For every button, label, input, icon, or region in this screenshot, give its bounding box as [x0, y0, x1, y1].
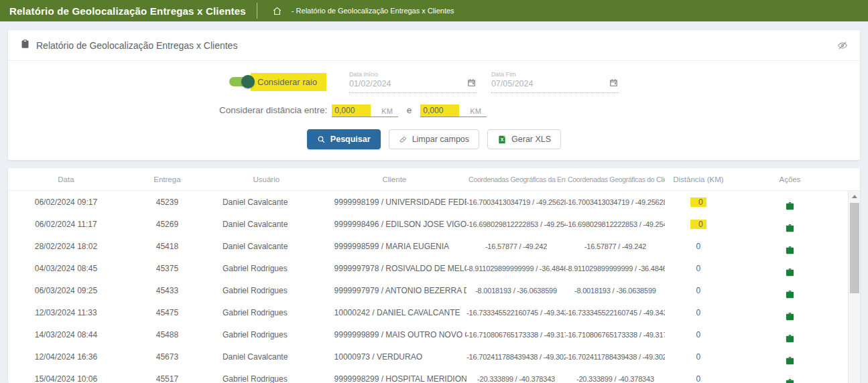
cell-coord-client: -16.7003413034719 / -49.2562877: [566, 198, 665, 206]
eye-slash-icon[interactable]: [837, 40, 848, 51]
home-icon[interactable]: [272, 6, 282, 16]
briefcase-icon[interactable]: [785, 289, 795, 299]
cell-client: 9999998599 / MARIA EUGENIA: [322, 242, 467, 251]
briefcase-icon[interactable]: [785, 223, 795, 233]
limpar-campos-button[interactable]: Limpar campos: [389, 129, 479, 149]
column-header: Entrega: [124, 175, 210, 183]
cell-distance: 0: [665, 308, 732, 317]
data-inicio-field[interactable]: Data Início 01/02/2024: [349, 71, 477, 93]
briefcase-icon[interactable]: [785, 267, 795, 277]
considerar-raio-toggle[interactable]: [229, 75, 253, 88]
app: Relatório de Geolocalização Entregas x C…: [0, 0, 868, 383]
column-header: Coordenadas Geográficas do Cliente: [566, 175, 665, 183]
cell-user: Daniel Cavalcante: [210, 198, 322, 207]
cell-distance: 0: [665, 264, 732, 273]
filter-row-dates: Considerar raio Data Início 01/02/2024 D…: [8, 69, 860, 94]
gerar-xls-button[interactable]: X Gerar XLS: [487, 129, 561, 149]
cell-coord-client: -8.911029899999999 / -36.4846211: [566, 264, 665, 273]
data-fim-label: Data Fim: [491, 71, 619, 78]
column-header: Data: [8, 175, 124, 183]
cell-delivery: 45517: [124, 374, 210, 383]
filter-panel-header: Relatório de Geolocalização Entregas x C…: [8, 30, 860, 61]
filter-panel: Relatório de Geolocalização Entregas x C…: [8, 30, 860, 160]
cell-distance: 0: [665, 198, 732, 207]
scrollbar-up-arrow-icon[interactable]: [849, 191, 860, 202]
table-row: 15/04/2024 10:06 45517 Gabriel Rodrigues…: [8, 368, 860, 383]
column-header: Ações: [732, 175, 848, 183]
cell-coord-delivery: -8.911029899999999 / -36.48462: [467, 264, 566, 273]
briefcase-icon[interactable]: [785, 201, 795, 211]
cell-coord-delivery: -16.702411788439438 / -49.30218: [467, 353, 566, 361]
table-scrollbar[interactable]: [848, 191, 860, 383]
table-row: 06/02/2024 09:17 45239 Daniel Cavalcante…: [8, 191, 860, 213]
data-inicio-value: 01/02/2024: [349, 79, 467, 88]
distance-min-field: KM: [332, 102, 398, 117]
clipboard-icon: [20, 39, 30, 52]
column-header: Usuário: [210, 175, 322, 183]
column-header: Coordenadas Geográficas da Entrega: [467, 175, 566, 183]
table-row: 14/03/2024 08:44 45488 Gabriel Rodrigues…: [8, 323, 860, 346]
cell-user: Gabriel Rodrigues: [210, 308, 322, 317]
scrollbar-thumb[interactable]: [850, 203, 859, 293]
distance-max-input[interactable]: [420, 104, 459, 117]
column-header: Distância (KM): [665, 175, 732, 183]
table-row: 06/02/2024 11:17 45269 Daniel Cavalcante…: [8, 213, 860, 235]
distance-conjunction: e: [407, 105, 412, 115]
data-fim-field[interactable]: Data Fim 07/05/2024: [491, 71, 619, 93]
cell-date: 06/02/2024 09:17: [8, 198, 124, 207]
table-row: 06/03/2024 09:25 45433 Gabriel Rodrigues…: [8, 279, 860, 301]
cell-actions: [732, 236, 848, 257]
results-table: DataEntregaUsuárioClienteCoordenadas Geo…: [8, 168, 860, 383]
data-fim-value: 07/05/2024: [491, 79, 609, 88]
date-fields: Data Início 01/02/2024 Data Fim 07/05/20…: [349, 71, 633, 93]
briefcase-icon[interactable]: [785, 245, 795, 255]
cell-client: 9999997978 / ROSIVALDO DE MELO FRANCO: [322, 264, 467, 273]
briefcase-icon[interactable]: [785, 356, 795, 366]
briefcase-icon[interactable]: [785, 311, 795, 321]
cell-coord-delivery: -16.57877 / -49.242: [467, 242, 566, 250]
cell-actions: [732, 346, 848, 368]
cell-distance: 0: [665, 374, 732, 383]
cell-user: Gabriel Rodrigues: [210, 374, 322, 383]
cell-date: 06/03/2024 09:25: [8, 286, 124, 295]
cell-date: 15/04/2024 10:06: [8, 374, 124, 383]
table-row: 12/04/2024 16:36 45673 Daniel Cavalcante…: [8, 346, 860, 368]
cell-distance: 0: [665, 286, 732, 295]
distance-label: Considerar distância entre:: [219, 105, 327, 115]
briefcase-icon[interactable]: [785, 333, 795, 343]
distance-min-input[interactable]: [332, 104, 371, 117]
briefcase-icon[interactable]: [785, 378, 795, 383]
filter-row-distance: Considerar distância entre: KM e KM: [8, 100, 860, 120]
cell-actions: [732, 368, 848, 383]
table-row: 04/03/2024 08:45 45375 Gabriel Rodrigues…: [8, 257, 860, 279]
cell-client: 9999998496 / EDILSON JOSE VIGOLO ME: [322, 220, 467, 229]
cell-distance: 0: [665, 242, 732, 251]
cell-coord-delivery: -16.710806765173338 / -49.31778: [467, 331, 566, 339]
cell-coord-client: -16.702411788439438 / -49.302181: [566, 353, 665, 361]
cell-client: 10000973 / VERDURAO: [322, 352, 467, 362]
cell-coord-client: -16.57877 / -49.242: [566, 242, 665, 250]
cell-coord-delivery: -20.333899 / -40.378343: [467, 375, 566, 383]
filter-row-buttons: Pesquisar Limpar campos X Gerar XLS: [8, 129, 860, 149]
cell-date: 04/03/2024 08:45: [8, 264, 124, 273]
cell-user: Daniel Cavalcante: [210, 242, 322, 251]
cell-user: Daniel Cavalcante: [210, 220, 322, 229]
cell-delivery: 45418: [124, 242, 210, 251]
cell-client: 9999999899 / MAIS OUTRO NOVO CLIENTE: [322, 330, 467, 339]
toggle-knob: [241, 75, 255, 88]
pesquisar-button[interactable]: Pesquisar: [307, 129, 381, 149]
calendar-icon[interactable]: [609, 78, 619, 90]
cell-actions: [732, 324, 848, 346]
table-row: 12/03/2024 11:33 45475 Gabriel Rodrigues…: [8, 301, 860, 323]
cell-actions: [732, 192, 848, 213]
table-rows: 06/02/2024 09:17 45239 Daniel Cavalcante…: [8, 191, 860, 383]
distance-max-unit: KM: [459, 107, 487, 117]
cell-date: 12/04/2024 16:36: [8, 352, 124, 362]
panel-title: Relatório de Geolocalização Entregas x C…: [36, 40, 837, 51]
cell-delivery: 45269: [124, 220, 210, 229]
cell-date: 14/03/2024 08:44: [8, 330, 124, 339]
calendar-icon[interactable]: [467, 78, 477, 90]
cell-delivery: 45375: [124, 264, 210, 273]
cell-actions: [732, 214, 848, 235]
cell-coord-client: -16.710806765173338 / -49.317788: [566, 331, 665, 339]
